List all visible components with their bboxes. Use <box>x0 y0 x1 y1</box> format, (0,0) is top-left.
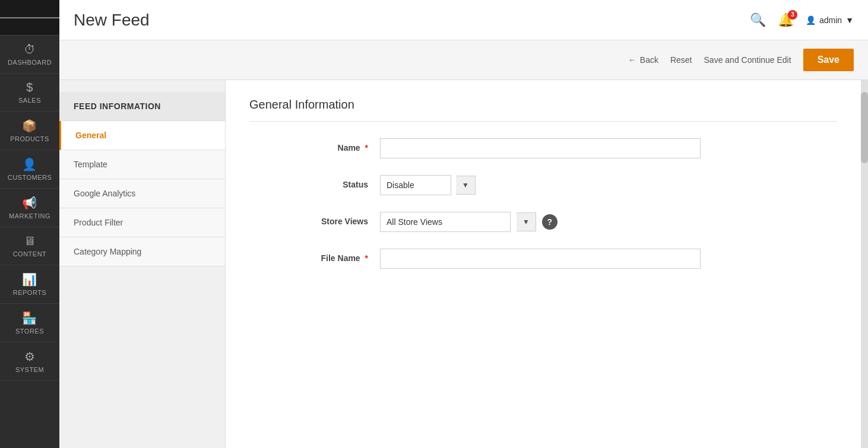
left-nav: FEED INFORMATION General Template Google… <box>59 80 226 448</box>
nav-general-label: General <box>75 131 106 140</box>
stores-icon: 🏪 <box>22 311 37 325</box>
content-area: FEED INFORMATION General Template Google… <box>59 80 868 448</box>
scroll-indicator <box>861 80 868 448</box>
nav-category-mapping-label: Category Mapping <box>74 247 141 256</box>
name-label: Name * <box>249 138 368 152</box>
back-button[interactable]: ← Back <box>628 55 658 65</box>
status-row: Status Disable Enable ▼ <box>249 175 837 195</box>
user-menu[interactable]: 👤 admin ▼ <box>806 15 854 25</box>
name-required-star: * <box>365 143 368 152</box>
store-views-dropdown-arrow[interactable]: ▼ <box>517 212 536 231</box>
save-button[interactable]: Save <box>803 49 854 71</box>
sidebar-item-customers[interactable]: 👤 CUSTOMERS <box>0 150 59 189</box>
customers-icon: 👤 <box>22 157 37 171</box>
reset-button[interactable]: Reset <box>670 55 692 65</box>
sidebar-item-label: PRODUCTS <box>10 135 49 142</box>
store-views-help-icon[interactable]: ? <box>542 214 557 230</box>
nav-template-label: Template <box>74 160 107 169</box>
sidebar-item-products[interactable]: 📦 PRODUCTS <box>0 112 59 150</box>
header-actions: 🔍 🔔 3 👤 admin ▼ <box>750 12 854 28</box>
sidebar-item-stores[interactable]: 🏪 STORES <box>0 304 59 342</box>
action-bar: ← Back Reset Save and Continue Edit Save <box>59 40 868 80</box>
file-name-required-star: * <box>365 253 368 263</box>
status-dropdown-arrow[interactable]: ▼ <box>456 176 476 195</box>
store-views-wrapper: All Store Views ▼ ? <box>380 212 557 232</box>
name-input[interactable] <box>380 138 701 158</box>
sidebar-item-label: SALES <box>18 97 41 104</box>
status-label: Status <box>249 175 368 189</box>
content-icon: 🖥 <box>24 234 36 248</box>
save-continue-button[interactable]: Save and Continue Edit <box>704 55 791 65</box>
sidebar-logo <box>0 0 59 36</box>
sidebar-item-dashboard[interactable]: ⏱ DASHBOARD <box>0 36 59 74</box>
sales-icon: $ <box>26 81 33 94</box>
products-icon: 📦 <box>22 119 37 133</box>
back-label: Back <box>640 55 658 65</box>
marketing-icon: 📢 <box>22 196 37 210</box>
sidebar-item-reports[interactable]: 📊 REPORTS <box>0 265 59 304</box>
sidebar-item-label: CONTENT <box>13 250 47 258</box>
store-views-label: Store Views <box>249 212 368 226</box>
nav-google-analytics-label: Google Analytics <box>74 189 135 198</box>
sidebar-item-sales[interactable]: $ SALES <box>0 74 59 112</box>
sidebar-item-system[interactable]: ⚙ SYSTEM <box>0 342 59 381</box>
user-dropdown-icon: ▼ <box>845 15 854 25</box>
search-icon: 🔍 <box>750 12 766 27</box>
sidebar-item-label: SYSTEM <box>15 366 44 373</box>
top-header: New Feed 🔍 🔔 3 👤 admin ▼ <box>59 0 868 40</box>
user-avatar-icon: 👤 <box>806 15 816 25</box>
page-title: New Feed <box>74 11 150 30</box>
file-name-label: File Name * <box>249 249 368 263</box>
status-select[interactable]: Disable Enable <box>380 175 451 195</box>
sidebar-item-label: CUSTOMERS <box>8 174 52 181</box>
sidebar-item-label: REPORTS <box>13 289 46 296</box>
back-arrow-icon: ← <box>628 55 636 65</box>
save-continue-label: Save and Continue Edit <box>704 55 791 65</box>
nav-product-filter-label: Product Filter <box>74 218 123 227</box>
sidebar-item-content[interactable]: 🖥 CONTENT <box>0 227 59 265</box>
nav-item-category-mapping[interactable]: Category Mapping <box>59 237 225 266</box>
form-area: General Information Name * Status Disabl… <box>226 80 861 448</box>
nav-item-general[interactable]: General <box>59 121 225 150</box>
store-views-select[interactable]: All Store Views <box>380 212 511 232</box>
search-button[interactable]: 🔍 <box>750 12 766 28</box>
reports-icon: 📊 <box>22 272 37 287</box>
file-name-input[interactable] <box>380 249 701 269</box>
user-name: admin <box>819 15 842 25</box>
feed-information-title: FEED INFORMATION <box>59 92 225 121</box>
system-icon: ⚙ <box>24 349 36 364</box>
form-section-title: General Information <box>249 98 837 112</box>
file-name-row: File Name * <box>249 249 837 269</box>
nav-item-template[interactable]: Template <box>59 150 225 179</box>
sidebar-item-label: STORES <box>15 328 44 335</box>
sidebar-item-label: MARKETING <box>9 212 50 220</box>
notification-button[interactable]: 🔔 3 <box>778 12 794 28</box>
notification-badge: 3 <box>788 10 797 20</box>
scroll-thumb <box>861 92 868 163</box>
reset-label: Reset <box>670 55 692 65</box>
nav-item-google-analytics[interactable]: Google Analytics <box>59 179 225 208</box>
section-divider <box>249 121 837 122</box>
store-views-row: Store Views All Store Views ▼ ? <box>249 212 837 232</box>
status-select-wrapper: Disable Enable ▼ <box>380 175 476 195</box>
main-area: New Feed 🔍 🔔 3 👤 admin ▼ ← Back Reset <box>59 0 868 448</box>
sidebar: ⏱ DASHBOARD $ SALES 📦 PRODUCTS 👤 CUSTOME… <box>0 0 59 448</box>
sidebar-item-marketing[interactable]: 📢 MARKETING <box>0 189 59 227</box>
dashboard-icon: ⏱ <box>24 43 36 56</box>
nav-item-product-filter[interactable]: Product Filter <box>59 208 225 237</box>
name-row: Name * <box>249 138 837 158</box>
sidebar-item-label: DASHBOARD <box>8 59 52 66</box>
